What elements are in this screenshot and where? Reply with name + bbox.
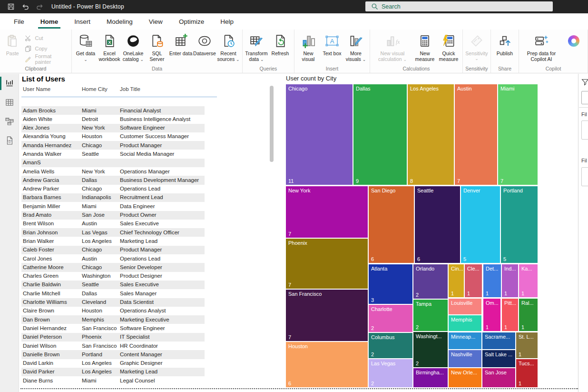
table-row[interactable]: Charles GreenWashingtonProduct Designer xyxy=(21,272,205,281)
sql-server-button[interactable]: SQL Server xyxy=(145,30,169,62)
table-row[interactable]: Charlie BaldwinSeattleSales Executive xyxy=(21,281,205,289)
sensitivity-button[interactable]: Sensitivity⌄ xyxy=(465,30,489,61)
redo-button[interactable] xyxy=(32,0,47,13)
quick-measure-button[interactable]: Quick measure xyxy=(437,30,461,62)
refresh-button[interactable]: Refresh xyxy=(268,30,292,56)
table-row[interactable]: Danielle BrownPortlandContent Manager xyxy=(21,350,205,359)
treemap-cell-columbus[interactable]: Columbus2 xyxy=(369,333,412,358)
treemap-cell-tucs[interactable]: Tucs...1 xyxy=(516,359,538,387)
treemap-cell-portland[interactable]: Portland5 xyxy=(501,186,538,263)
filter-card[interactable] xyxy=(581,121,588,140)
column-header-job-title[interactable]: Job Title xyxy=(120,86,140,92)
treemap-cell-denver[interactable]: Denver5 xyxy=(461,186,500,263)
table-row[interactable]: Claire BrownHoustonOperations Analyst xyxy=(21,307,205,315)
treemap-cell-cin[interactable]: Cin...1 xyxy=(449,264,464,297)
new-visual-calculation-button[interactable]: fxNew visual calculation ⌄ xyxy=(372,30,413,62)
prep-data-for-copilot-ai-button[interactable]: Prep data for Copilot AI xyxy=(521,30,562,62)
table-row[interactable]: Dan BrownMemphisMarketing Executive xyxy=(21,315,205,324)
filters-search-input[interactable] xyxy=(581,91,588,104)
treemap-cell-washingt[interactable]: Washingt...2 xyxy=(413,332,448,367)
menu-item-home[interactable]: Home xyxy=(32,13,67,30)
menu-item-file[interactable]: File xyxy=(6,13,32,30)
format-painter-button[interactable]: Format painter xyxy=(24,54,68,64)
table-row[interactable]: Andrew ParkerChicagoOperations Lead xyxy=(21,185,205,193)
table-row[interactable]: Brian WalkerLos AngelesMarketing Lead xyxy=(21,237,205,245)
table-row[interactable]: David ParkerLos AngelesMarketing Lead xyxy=(21,368,205,376)
table-row[interactable]: Alex JonesNew YorkSoftware Engineer xyxy=(21,124,205,132)
sidebar-item-table-view[interactable] xyxy=(0,93,19,112)
sidebar-item-report-view[interactable] xyxy=(0,74,19,93)
treemap-cell-phoenix[interactable]: Phoenix7 xyxy=(286,239,368,289)
treemap-cell-orlando[interactable]: Orlando2 xyxy=(413,264,448,299)
undo-button[interactable] xyxy=(18,0,32,13)
sidebar-item-model-view[interactable] xyxy=(0,112,19,131)
treemap-cell-salt-lake[interactable]: Salt Lake ... xyxy=(482,350,515,367)
treemap-cell-det[interactable]: Det...1 xyxy=(483,264,501,297)
treemap-cell-san-francisco[interactable]: San Francisco7 xyxy=(286,290,368,341)
treemap-cell-san-diego[interactable]: San Diego6 xyxy=(369,186,414,263)
table-row[interactable]: Aiden WhiteDetroitBusiness Intelligence … xyxy=(21,115,205,123)
table-row[interactable]: Alexandria YoungHoustonCustomer Success … xyxy=(21,132,205,141)
table-row[interactable]: Brian JohnsonLas VegasChief Technology O… xyxy=(21,228,205,237)
excel-workbook-button[interactable]: XExcel workbook xyxy=(98,30,121,62)
filter-card-2[interactable] xyxy=(581,167,588,186)
enter-data-button[interactable]: Enter data xyxy=(169,30,193,56)
publish-button[interactable]: Publish xyxy=(493,30,517,56)
treemap-cell-cle[interactable]: Cle...1 xyxy=(465,264,482,297)
transform-data-button[interactable]: Transform data ⌄ xyxy=(245,30,268,62)
table-row[interactable]: Andrew GarciaDallasBusiness Development … xyxy=(21,176,205,184)
report-canvas[interactable]: List of Users User Name Home City Job Ti… xyxy=(19,74,578,392)
treemap-cell-chicago[interactable]: Chicago11 xyxy=(286,84,353,185)
table-scrollbar[interactable] xyxy=(270,86,274,162)
table-row[interactable]: Adam BrooksMiamiFinancial Analyst xyxy=(21,106,205,115)
table-row[interactable]: David LarkinLos AngelesGraphic Designer xyxy=(21,359,205,368)
treemap-cell-tampa[interactable]: Tampa2 xyxy=(413,300,448,331)
table-row[interactable]: Caleb FosterChicagoProduct Manager xyxy=(21,246,205,254)
new-measure-button[interactable]: New measure xyxy=(413,30,437,62)
table-row[interactable]: Catherine MooreChicagoSenior Developer xyxy=(21,263,205,271)
menu-item-optimize[interactable]: Optimize xyxy=(171,13,212,30)
table-row[interactable]: Barbara BarnesIndianapolisRecruitment Le… xyxy=(21,193,205,202)
table-row[interactable]: Amelia WellsNew YorkOperations Manager xyxy=(21,167,205,176)
treemap-cell-atlanta[interactable]: Atlanta3 xyxy=(369,264,412,304)
treemap-cell-houston[interactable]: Houston6 xyxy=(286,342,368,387)
recent-sources-button[interactable]: Recent sources ⌄ xyxy=(216,30,240,62)
treemap-cell-ka[interactable]: Ka...1 xyxy=(519,264,538,297)
treemap-cell-nashville[interactable]: Nashville xyxy=(449,350,481,367)
table-row[interactable]: Diane BurnsMiamiLegal Counsel xyxy=(21,376,205,385)
table-row[interactable]: Amanda HernandezChicagoProduct Manager xyxy=(21,141,205,150)
treemap-cell-memphis[interactable]: Memphis xyxy=(449,315,481,331)
table-row[interactable]: Brad AmatoSan JoseProduct Owner xyxy=(21,211,205,220)
table-row[interactable]: Amanda WalkerSeattleSocial Media Manager xyxy=(21,150,205,158)
table-row[interactable]: Charlotte WilliamsClevelandData Scientis… xyxy=(21,298,205,307)
paste-button[interactable]: Paste xyxy=(2,30,23,56)
filter-funnel-icon[interactable] xyxy=(581,78,588,86)
treemap-cell-seattle[interactable]: Seattle6 xyxy=(415,186,460,263)
treemap-cell-austin[interactable]: Austin7 xyxy=(455,84,497,185)
text-box-button[interactable]: AText box xyxy=(320,30,344,56)
menu-item-view[interactable]: View xyxy=(141,13,171,30)
menu-item-modeling[interactable]: Modeling xyxy=(98,13,141,30)
treemap-cell-miami[interactable]: Miami7 xyxy=(498,84,538,185)
treemap-cell-san-jose[interactable]: San Jose xyxy=(482,368,515,387)
treemap-cell-om[interactable]: Om...1 xyxy=(483,299,500,331)
treemap-cell-new-york[interactable]: New York7 xyxy=(286,186,368,238)
treemap-cell-sacrame[interactable]: Sacrame... xyxy=(482,332,515,349)
table-row[interactable]: AmanS xyxy=(21,159,205,167)
dataverse-button[interactable]: Dataverse xyxy=(193,30,216,56)
treemap-cell-dallas[interactable]: Dallas9 xyxy=(353,84,407,185)
treemap-cell-louisville[interactable]: Louisville xyxy=(449,299,481,314)
cut-button[interactable]: Cut xyxy=(24,33,68,43)
column-header-home-city[interactable]: Home City xyxy=(82,86,108,92)
table-row[interactable]: Benjamin MillerMiamiData Engineer xyxy=(21,202,205,211)
search-input[interactable]: Search xyxy=(365,1,553,11)
treemap-cell-minneap[interactable]: Minneap... xyxy=(449,332,481,349)
treemap-cell-pitt[interactable]: Pitt...1 xyxy=(502,299,518,331)
more-visuals-button[interactable]: More visuals ⌄ xyxy=(344,30,368,62)
table-row[interactable]: Daniel PetersonPhoenixIT Specialist xyxy=(21,333,205,342)
treemap-cell-new-orle[interactable]: New Orle... xyxy=(449,368,481,387)
treemap-cell-ind[interactable]: Ind...1 xyxy=(502,264,518,297)
table-row[interactable]: Daniel HernandezSan FranciscoSoftware En… xyxy=(21,324,205,332)
treemap-cell-st-l[interactable]: St. L...1 xyxy=(516,332,538,358)
treemap-cell-los-angeles[interactable]: Los Angeles8 xyxy=(408,84,454,185)
